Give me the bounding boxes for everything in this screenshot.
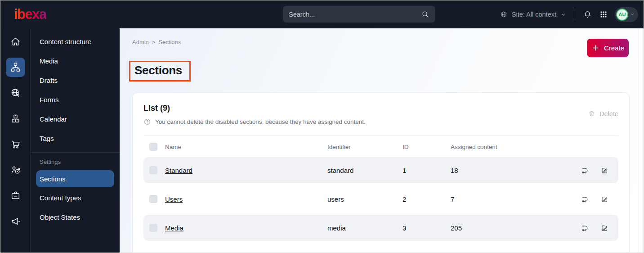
topbar-divider xyxy=(575,9,575,21)
notifications-bell-icon[interactable] xyxy=(583,10,592,19)
app-grid-icon[interactable] xyxy=(599,10,608,18)
annotation-highlight-box: Sections xyxy=(129,61,191,81)
section-name-link[interactable]: Media xyxy=(165,224,183,232)
site-context-label: Site: All context xyxy=(512,11,556,18)
column-header-assigned-content: Assigned content xyxy=(451,144,578,150)
plus-icon xyxy=(591,44,600,52)
section-identifier: media xyxy=(327,224,402,232)
card-divider xyxy=(143,135,618,136)
breadcrumb-sections[interactable]: Sections xyxy=(158,39,181,45)
list-title: List (9) xyxy=(143,104,366,113)
sidebar-item-drafts[interactable]: Drafts xyxy=(31,71,120,90)
assign-content-icon[interactable] xyxy=(581,224,589,232)
commerce-cart-icon[interactable] xyxy=(6,135,25,154)
section-id: 1 xyxy=(402,167,451,174)
edit-icon[interactable] xyxy=(600,195,609,203)
table-header: Name Identifier ID Assigned content xyxy=(143,136,618,157)
select-all-checkbox[interactable] xyxy=(149,143,157,151)
row-checkbox[interactable] xyxy=(149,195,157,203)
column-header-identifier: Identifier xyxy=(327,144,402,150)
edit-icon[interactable] xyxy=(600,166,609,175)
personalization-icon[interactable] xyxy=(6,160,25,180)
list-info: You cannot delete the disabled sections,… xyxy=(143,118,366,126)
breadcrumb-admin[interactable]: Admin xyxy=(132,39,149,45)
product-catalog-icon[interactable] xyxy=(6,109,25,128)
trash-icon xyxy=(588,110,595,117)
sidebar-menu: Content structure Media Drafts Forms Cal… xyxy=(31,28,120,253)
section-name-link[interactable]: Users xyxy=(165,195,183,203)
content-tree-icon[interactable] xyxy=(6,58,25,77)
assign-content-icon[interactable] xyxy=(581,166,589,175)
sections-list-card: List (9) You cannot delete the disabled … xyxy=(132,92,630,253)
table-row: Standard standard 1 18 xyxy=(143,157,618,183)
row-checkbox[interactable] xyxy=(149,224,157,232)
section-identifier: standard xyxy=(327,167,402,174)
sidebar-item-content-types[interactable]: Content types xyxy=(31,188,120,208)
list-info-text: You cannot delete the disabled sections,… xyxy=(155,118,366,125)
home-icon[interactable] xyxy=(6,32,25,51)
sidebar-item-forms[interactable]: Forms xyxy=(31,90,120,109)
table-row: Users users 2 7 xyxy=(143,186,618,212)
ibexa-logo: ibexa xyxy=(14,6,46,23)
scrollbar-track[interactable] xyxy=(639,28,644,253)
create-button[interactable]: Create xyxy=(587,39,629,57)
breadcrumb-separator: > xyxy=(152,39,156,45)
avatar[interactable]: AU xyxy=(616,9,628,21)
row-checkbox[interactable] xyxy=(149,166,157,174)
search-icon[interactable] xyxy=(421,10,429,18)
section-identifier: users xyxy=(327,195,402,203)
sidebar-item-media[interactable]: Media xyxy=(31,51,120,71)
section-assigned-content: 18 xyxy=(451,167,578,174)
user-menu[interactable]: AU xyxy=(615,7,638,22)
corporate-badge-icon[interactable] xyxy=(6,186,25,205)
sidebar-item-sections[interactable]: Sections xyxy=(36,170,114,187)
marketing-megaphone-icon[interactable] xyxy=(6,212,25,231)
sidebar-item-object-states[interactable]: Object States xyxy=(31,208,120,227)
search-input[interactable] xyxy=(289,11,421,18)
section-assigned-content: 7 xyxy=(451,195,578,203)
app-window: ibexa Site: All context xyxy=(0,0,644,253)
site-globe-icon[interactable] xyxy=(6,83,25,103)
help-question-icon xyxy=(143,118,151,126)
sidebar-icon-rail xyxy=(0,28,31,253)
sidebar-item-calendar[interactable]: Calendar xyxy=(31,109,120,129)
chevron-down-icon xyxy=(560,12,566,18)
delete-button[interactable]: Delete xyxy=(588,110,618,117)
assign-content-icon[interactable] xyxy=(581,195,589,203)
settings-group-label: Settings xyxy=(31,153,120,169)
section-id: 3 xyxy=(402,224,451,232)
globe-icon xyxy=(500,10,508,18)
main-content: Admin > Sections Create Sections xyxy=(120,28,644,253)
column-header-id: ID xyxy=(402,144,451,150)
chevron-down-icon xyxy=(630,12,635,17)
section-id: 2 xyxy=(402,195,451,203)
column-header-name: Name xyxy=(165,144,327,150)
topbar: ibexa Site: All context xyxy=(0,0,644,28)
edit-icon[interactable] xyxy=(600,224,609,232)
topbar-right: Site: All context xyxy=(500,7,644,22)
section-assigned-content: 205 xyxy=(451,224,578,232)
sidebar-item-tags[interactable]: Tags xyxy=(31,129,120,148)
sidebar-item-content-structure[interactable]: Content structure xyxy=(31,32,120,51)
breadcrumb: Admin > Sections xyxy=(132,39,181,45)
page-title: Sections xyxy=(134,63,182,77)
site-context-selector[interactable]: Site: All context xyxy=(500,10,566,18)
global-search[interactable] xyxy=(283,6,435,23)
table-row: Media media 3 205 xyxy=(143,215,618,241)
section-name-link[interactable]: Standard xyxy=(165,167,192,174)
